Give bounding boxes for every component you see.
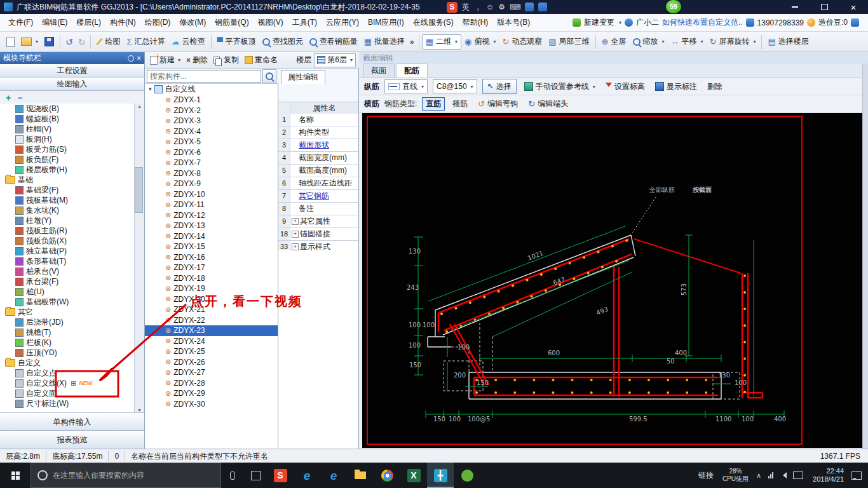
minimize-button[interactable] [780, 0, 810, 14]
toolbar-button[interactable]: ↻屏幕旋转▾ [707, 34, 759, 50]
undo-button[interactable]: ↺ [63, 37, 76, 47]
keyboard-icon[interactable]: ⌨ [510, 3, 520, 11]
delete-rebar-button[interactable]: 删除 [705, 81, 725, 92]
taskbar-app-ie[interactable]: e [320, 463, 347, 488]
component-item[interactable]: ⊛ZDYX-29 [145, 388, 278, 399]
component-item[interactable]: ⊛ZDYX-6 [145, 147, 278, 158]
assistant-button[interactable]: 广小二 [636, 17, 659, 28]
tree-item[interactable]: 筏板基础(M) [0, 195, 135, 205]
taskbar-app-sogou[interactable]: S [267, 463, 294, 488]
expand-icon[interactable]: + [292, 231, 299, 238]
scroll-up-icon[interactable]: ▴ [138, 104, 140, 109]
nav-section-report-preview[interactable]: 报表预览 [0, 430, 144, 449]
toolbar-button[interactable]: ▦批量选择 [361, 34, 408, 50]
tab-section[interactable]: 截面 [363, 64, 395, 78]
tree-item[interactable]: 尺寸标注(W) [0, 398, 135, 409]
tree-item[interactable]: 挑檐(T) [0, 327, 135, 337]
tree-item[interactable]: 筏板主筋(R) [0, 226, 135, 236]
property-row[interactable]: 2构件类型 [278, 126, 358, 139]
tray-expand-icon[interactable]: ∧ [752, 471, 765, 480]
component-item[interactable]: ⊛ZDYX-16 [145, 252, 278, 263]
microphone-button[interactable] [221, 463, 244, 488]
cpu-widget[interactable]: 28% CPU使用 [719, 468, 752, 483]
menu-item[interactable]: 钢筋量(Q) [210, 15, 253, 30]
touch-keyboard-icon[interactable] [793, 471, 803, 479]
tab-rebar[interactable]: 配筋 [396, 64, 428, 78]
property-row[interactable]: 8备注 [278, 203, 358, 215]
toolbar-button[interactable]: ▦二维▾ [422, 34, 461, 50]
toolbar-button[interactable]: 查找图元 [259, 34, 306, 50]
tree-item[interactable]: 桩承台(V) [0, 266, 135, 276]
component-search-button[interactable] [262, 69, 276, 83]
tree-item[interactable]: 螺旋板(B) [0, 114, 135, 124]
cad-scrollbar[interactable] [862, 64, 868, 449]
share-icon[interactable] [538, 3, 547, 11]
maximize-button[interactable] [810, 0, 839, 14]
toolbar-button[interactable]: Σ汇总计算 [123, 34, 168, 50]
save-button[interactable] [41, 34, 57, 50]
tree-item[interactable]: 基础板带(W) [0, 297, 135, 307]
component-item[interactable]: ⊛ZDYX-1 [145, 95, 278, 105]
redo-button[interactable]: ↻ [76, 37, 88, 47]
tree-item[interactable]: 条形基础(T) [0, 256, 135, 266]
property-label[interactable]: 截面形状 [299, 140, 329, 151]
toolbar-button[interactable]: ▀平齐板顶 [214, 34, 259, 50]
pin-icon[interactable] [128, 55, 134, 62]
component-item[interactable]: ⊛ZDYX-11 [145, 200, 278, 210]
set-elevation-button[interactable]: 设置标高 [603, 81, 648, 92]
component-item[interactable]: ⊛ZDYX-15 [145, 241, 278, 252]
new-component-button[interactable]: 新建▾ [148, 55, 182, 65]
component-item[interactable]: ⊛ZDYX-22 [145, 315, 278, 326]
tree-item[interactable]: 集水坑(K) [0, 205, 135, 215]
links-toolbar[interactable]: 链接 [693, 470, 719, 481]
tree-item[interactable]: 筏板负筋(X) [0, 236, 135, 246]
menu-item[interactable]: 帮助(H) [458, 15, 493, 30]
tree-item[interactable]: 独立基础(P) [0, 246, 135, 256]
component-item[interactable]: ⊛ZDYX-4 [145, 126, 278, 137]
toolbar-button[interactable]: ▧局部三维 [545, 34, 592, 50]
phone-number[interactable]: 13907298339 [757, 18, 804, 27]
menu-item[interactable]: 文件(F) [4, 15, 37, 30]
toolbox-icon[interactable] [525, 3, 534, 11]
property-row[interactable]: 18+锚固搭接 [278, 228, 358, 241]
menu-item[interactable]: 绘图(D) [140, 15, 175, 30]
select-button[interactable]: ↖ 选择 [482, 79, 517, 94]
toolbar-button[interactable]: ⊕全屏 [599, 34, 630, 50]
floor-select[interactable]: 第6层 ▾ [314, 53, 356, 67]
component-item[interactable]: ⊛ZDYX-17 [145, 262, 278, 273]
action-center-icon[interactable] [851, 471, 862, 480]
menu-item[interactable]: 修改(M) [175, 15, 210, 30]
emoji-icon[interactable]: ☺ [486, 3, 494, 11]
toolbar-button[interactable]: ☁云检查 [168, 34, 208, 50]
toolbar-button[interactable]: ◉俯视▾ [461, 34, 499, 50]
expand-icon[interactable]: + [292, 243, 299, 250]
component-item[interactable]: ⊛ZDYX-13 [145, 220, 278, 231]
clock[interactable]: 22:44 2018/4/21 [806, 467, 850, 484]
toolbar-button[interactable]: ▤选择楼层 [764, 34, 811, 50]
edit-end-button[interactable]: ↻ 编辑端头 [526, 98, 571, 109]
tree-folder[interactable]: 基础 [0, 175, 135, 185]
tab-property-editor[interactable]: 属性编辑 [281, 70, 325, 84]
component-item[interactable]: ⊛ZDYX-8 [145, 168, 278, 179]
taskbar-app-excel[interactable]: X [400, 463, 427, 488]
tree-item[interactable]: 基础梁(F) [0, 185, 135, 195]
ime-language-toggle[interactable]: 英 [462, 2, 470, 13]
tree-item[interactable]: 柱墩(Y) [0, 215, 135, 226]
menu-item[interactable]: 构件(N) [105, 15, 140, 30]
component-item[interactable]: ⊛ZDYX-28 [145, 378, 278, 389]
component-item[interactable]: ⊛ZDYX-25 [145, 346, 278, 357]
property-row[interactable]: 3截面形状 [278, 139, 358, 152]
close-panel-icon[interactable]: × [137, 54, 141, 63]
nav-tree-scrollbar[interactable]: ▴ ▾ [134, 104, 144, 413]
new-change-button[interactable]: 新建变更 [584, 17, 614, 28]
delete-component-button[interactable]: × 删除 [184, 55, 210, 65]
property-row[interactable]: 1名称 [278, 114, 358, 126]
rebar-type-straight-toggle[interactable]: 直筋 [422, 97, 445, 111]
toolbar-button[interactable]: 缩放▾ [630, 34, 668, 50]
component-item[interactable]: ⊛ZDYX-18 [145, 273, 278, 284]
component-item[interactable]: ⊛ZDYX-3 [145, 116, 278, 126]
taskbar-app-ggj[interactable]: ╋ [427, 463, 454, 488]
network-icon[interactable] [765, 472, 776, 478]
collapse-all-icon[interactable]: − [17, 93, 22, 103]
sogou-icon[interactable]: S [447, 2, 458, 13]
